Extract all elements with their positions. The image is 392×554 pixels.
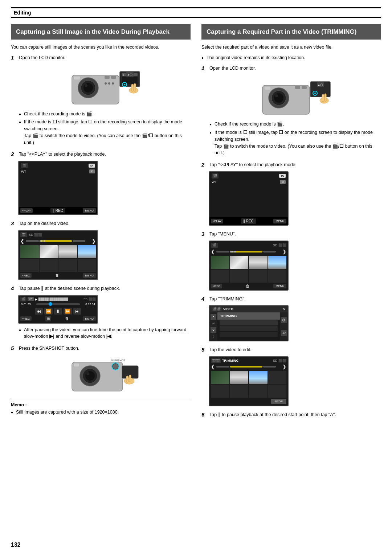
menu-btn-gallery-left[interactable]: MENU — [83, 273, 96, 278]
trimming-thumb-2[interactable] — [230, 371, 249, 384]
camera-svg-right-1: ▲◯ — [259, 74, 331, 118]
menu-btn-playback-left[interactable]: MENU — [83, 316, 96, 321]
trimming-thumb-6[interactable] — [230, 385, 249, 398]
menu-back-icon[interactable]: ↩ — [281, 330, 287, 336]
svg-point-42 — [275, 94, 278, 97]
bullet-item: Check if the recording mode is 🎬. — [19, 111, 191, 118]
playback-screen-inner-left: 🎬 XP ▶ █████ █████████ SD ⬛⬛ — [18, 295, 98, 324]
camera-snapshot-illustration: SNAPSHOT — [18, 355, 191, 395]
skip-end-btn-left[interactable]: ⏭ — [73, 308, 81, 315]
svg-rect-20 — [105, 82, 107, 85]
svg-rect-13 — [134, 83, 136, 91]
step-6-right: 6 Tap ‖ to pause playback at the desired… — [201, 411, 381, 418]
menu-close-icon[interactable]: ✕ — [283, 307, 286, 311]
stop-btn-trimming[interactable]: STOP — [271, 399, 286, 404]
thumb-2-left[interactable] — [40, 245, 58, 258]
thumb-r6[interactable] — [230, 270, 249, 283]
forward-btn-left[interactable]: ⏩ — [64, 308, 72, 315]
thumb-8-left[interactable] — [78, 259, 96, 272]
trimming-title-label: TRIMMING — [222, 359, 239, 362]
play-btn-left[interactable]: «PLAY — [20, 208, 33, 213]
pause-btn-left[interactable]: ‖ REC — [50, 208, 65, 213]
rec-btn-playback-left[interactable]: «REC — [20, 316, 32, 321]
trimming-thumb-5[interactable] — [211, 385, 229, 398]
step-5-right: 5 Tap the video to edit. 🎬🎬 TRIMMING SD … — [201, 346, 381, 406]
gallery-progress-row-left: ❮ ❯ — [20, 238, 96, 244]
thumb-r4[interactable] — [268, 256, 287, 269]
trimming-nav-right[interactable]: ❯ — [282, 364, 286, 369]
step-2-left-header: 2 Tap "<<PLAY" to select the playback mo… — [11, 151, 191, 158]
svg-rect-35 — [129, 375, 131, 382]
right-intro: Select the required part of a video and … — [201, 44, 381, 51]
thumb-r5[interactable] — [211, 270, 229, 283]
svg-rect-21 — [108, 82, 110, 85]
thumb-5-left[interactable] — [20, 259, 39, 272]
xp-badge-playback-left: XP — [28, 297, 34, 301]
bullet-item-r2: If the mode is ☐ still image, tap ☐ on t… — [209, 129, 381, 156]
trash-icon-gallery-left[interactable]: 🗑 — [55, 273, 59, 278]
trimming-thumb-4[interactable] — [268, 371, 287, 384]
trimming-thumb-1[interactable] — [211, 371, 229, 384]
rec-btn-gallery-left[interactable]: «REC — [20, 273, 32, 278]
playback-mode-screen-left: 🎬 IA WT D «PLAY ‖ REC ME — [18, 161, 191, 215]
step-3-left-header: 3 Tap on the desired video. — [11, 220, 191, 227]
trimming-thumb-8[interactable] — [268, 385, 287, 398]
pause-btn-playback-left[interactable]: ⏸ — [54, 308, 62, 315]
thumb-6-left[interactable] — [40, 259, 58, 272]
menu-down-icon[interactable]: ∨ — [211, 327, 216, 333]
step-2-right-header: 2 Tap "<<PLAY" to select the playback mo… — [201, 161, 381, 168]
menu-gear-icon[interactable]: ⚙ — [281, 317, 287, 323]
menu-up-icon[interactable]: ∧ — [211, 314, 216, 320]
thumb-1-left[interactable] — [20, 245, 39, 258]
camera-svg-left-1: ▲ ▲◯ — [68, 64, 141, 108]
gallery-row-1-left — [20, 245, 96, 258]
step-6-right-header: 6 Tap ‖ to pause playback at the desired… — [201, 411, 381, 418]
step-2-left-text: Tap "<<PLAY" to select the playback mode… — [19, 151, 106, 158]
time-info-left: █████ █████████ — [38, 297, 68, 301]
step-3-right-num: 3 — [201, 231, 207, 237]
play-btn-right[interactable]: «PLAY — [211, 219, 223, 223]
menu-btn-gallery-right[interactable]: MENU — [273, 284, 286, 288]
trimming-thumb-3[interactable] — [249, 371, 268, 384]
lcd-screen-playback-left: 🎬 IA WT D «PLAY ‖ REC ME — [18, 161, 98, 215]
trimming-nav-left[interactable]: ❮ — [211, 364, 215, 369]
trimming-thumb-7[interactable] — [249, 385, 268, 398]
trash-icon-playback-left[interactable]: 🗑 — [65, 316, 69, 321]
thumb-r1[interactable] — [211, 256, 229, 269]
pause-btn-right[interactable]: ‖ REC — [241, 218, 256, 224]
grid-btn-playback-left[interactable]: ⊞ — [45, 316, 51, 321]
section-label: Editing — [14, 10, 31, 16]
nav-right-arrow[interactable]: ❯ — [92, 238, 96, 244]
nav-left-arrow[interactable]: ❮ — [20, 238, 24, 244]
thumb-r7[interactable] — [249, 270, 268, 283]
thumb-r2[interactable] — [230, 256, 249, 269]
svg-rect-54 — [264, 86, 271, 90]
nav-left-arrow-right[interactable]: ❮ — [211, 249, 215, 254]
thumb-3-left[interactable] — [58, 245, 77, 258]
step-5-left-header: 5 Press the SNAPSHOT button. — [11, 345, 191, 352]
step-4-left-header: 4 Tap pause ‖ at the desired scene durin… — [11, 285, 191, 292]
svg-rect-37 — [74, 363, 79, 367]
thumb-r3[interactable] — [249, 256, 268, 269]
gallery-nav-left: 🎬 SD ⬛⬛ — [20, 232, 96, 237]
trash-icon-gallery-right[interactable]: 🗑 — [246, 284, 250, 288]
menu-item-trimming[interactable]: TRIMMING — [217, 312, 280, 320]
bullet-original-location: The original video remains in its existi… — [201, 54, 381, 61]
bullet-item: After pausing the video, you can fine-tu… — [19, 327, 191, 340]
thumb-7-left[interactable] — [58, 259, 77, 272]
menu-btn-left[interactable]: MENU — [83, 208, 96, 213]
thumb-4-left[interactable] — [78, 245, 96, 258]
step-4-left-bullet: After pausing the video, you can fine-tu… — [19, 327, 191, 340]
playback-mode-screen-right: 🎬 IA WT D «PLAY ‖ REC MENU — [209, 171, 381, 226]
thumb-r8[interactable] — [268, 270, 287, 283]
rewind-btn-left[interactable]: ⏪ — [44, 308, 53, 315]
step-3-left-num: 3 — [11, 220, 17, 226]
memo-section: Memo : Still images are captured with a … — [11, 400, 191, 416]
menu-btn-right-2[interactable]: MENU — [273, 219, 286, 223]
nav-right-arrow-right[interactable]: ❯ — [282, 249, 286, 254]
rec-btn-gallery-right[interactable]: «REC — [211, 284, 222, 288]
skip-start-btn-left[interactable]: ⏮ — [35, 308, 43, 315]
step-1-right: 1 Open the LCD monitor. — [201, 65, 381, 157]
menu-item-bar-1 — [220, 320, 278, 325]
svg-point-41 — [274, 93, 283, 103]
